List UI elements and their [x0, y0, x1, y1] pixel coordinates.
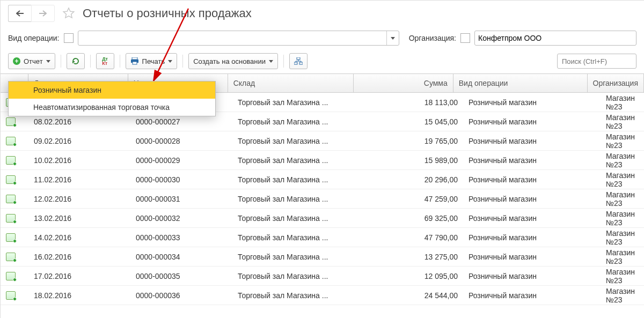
cell-number: 0000-000027	[130, 117, 232, 126]
cell-operation: Розничный магазин	[463, 156, 601, 165]
nav-forward-button[interactable]	[31, 5, 55, 22]
cell-sum: 12 095,00	[361, 272, 463, 280]
report-type-dropdown: Розничный магазин Неавтоматизированная т…	[8, 81, 216, 116]
search-input[interactable]	[557, 54, 636, 69]
printer-icon	[130, 57, 139, 65]
cell-date: 18.02.2016	[28, 291, 130, 300]
cell-number: 0000-000032	[130, 214, 232, 223]
cell-warehouse: Торговый зал Магазина ...	[232, 214, 361, 223]
filter-org-input[interactable]	[475, 31, 636, 45]
chevron-down-icon	[269, 60, 273, 63]
cell-warehouse: Торговый зал Магазина ...	[232, 195, 361, 203]
cell-organization: Магазин №23	[601, 113, 644, 130]
dtkt-icon: ДтКт	[102, 57, 108, 65]
col-organization[interactable]: Организация	[588, 74, 644, 92]
document-icon	[6, 214, 16, 223]
table-row[interactable]: 13.02.20160000-000032Торговый зал Магази…	[1, 209, 644, 228]
svg-rect-2	[133, 62, 137, 64]
filter-org-checkbox[interactable]	[460, 33, 470, 43]
create-based-button[interactable]: Создать на основании	[188, 53, 278, 69]
cell-number: 0000-000034	[130, 253, 232, 261]
dropdown-item-label: Неавтоматизированная торговая точка	[33, 103, 170, 112]
col-operation[interactable]: Вид операции	[453, 74, 588, 92]
cell-operation: Розничный магазин	[463, 98, 601, 107]
dropdown-item-retail-store[interactable]: Розничный магазин	[9, 82, 215, 99]
svg-rect-3	[297, 57, 300, 60]
separator	[182, 55, 183, 68]
cell-date: 13.02.2016	[28, 214, 130, 223]
chevron-down-icon	[168, 60, 172, 63]
print-button-label: Печать	[142, 57, 165, 65]
separator	[283, 55, 284, 68]
filter-org-combo[interactable]	[474, 31, 636, 46]
report-button[interactable]: + Отчет	[8, 53, 55, 69]
document-icon	[6, 156, 16, 165]
chevron-down-icon	[391, 37, 395, 40]
table-row[interactable]: 16.02.20160000-000034Торговый зал Магази…	[1, 247, 644, 267]
cell-date: 14.02.2016	[28, 233, 130, 242]
cell-organization: Магазин №23	[601, 229, 644, 246]
cell-operation: Розничный магазин	[463, 137, 601, 145]
structure-button[interactable]	[289, 53, 308, 69]
cell-sum: 47 259,00	[361, 195, 463, 203]
cell-organization: Магазин №23	[601, 248, 644, 265]
arrow-right-icon	[39, 10, 47, 17]
cell-warehouse: Торговый зал Магазина ...	[232, 137, 361, 145]
cell-warehouse: Торговый зал Магазина ...	[232, 156, 361, 165]
cell-sum: 18 113,00	[361, 98, 463, 107]
cell-operation: Розничный магазин	[463, 214, 601, 223]
table-row[interactable]: 18.02.20160000-000036Торговый зал Магази…	[1, 286, 644, 305]
dropdown-item-label: Розничный магазин	[33, 86, 101, 94]
cell-date: 08.02.2016	[28, 117, 130, 126]
col-warehouse[interactable]: Склад	[228, 74, 354, 92]
arrow-left-icon	[16, 10, 24, 17]
filter-operation-label: Вид операции:	[8, 34, 60, 42]
favorite-toggle[interactable]	[61, 6, 76, 21]
col-sum[interactable]: Сумма	[354, 74, 453, 92]
dtkt-button[interactable]: ДтКт	[96, 53, 114, 69]
cell-date: 16.02.2016	[28, 253, 130, 261]
cell-date: 17.02.2016	[28, 272, 130, 280]
plus-icon: +	[13, 57, 20, 65]
cell-organization: Магазин №23	[601, 132, 644, 150]
cell-organization: Магазин №23	[601, 94, 644, 111]
filter-operation-checkbox[interactable]	[64, 33, 74, 43]
cell-sum: 69 325,00	[361, 214, 463, 223]
table-row[interactable]: 12.02.20160000-000031Торговый зал Магази…	[1, 189, 644, 209]
filter-operation-combo[interactable]	[78, 31, 399, 46]
table-row[interactable]: 11.02.20160000-000030Торговый зал Магази…	[1, 170, 644, 189]
print-button[interactable]: Печать	[126, 53, 178, 69]
cell-number: 0000-000029	[130, 156, 232, 165]
separator	[120, 55, 120, 68]
cell-number: 0000-000030	[130, 175, 232, 184]
cell-organization: Магазин №23	[601, 171, 644, 188]
cell-sum: 13 275,00	[361, 253, 463, 261]
table-row[interactable]: 14.02.20160000-000033Торговый зал Магази…	[1, 228, 644, 247]
svg-rect-5	[299, 62, 303, 64]
filter-operation-input[interactable]	[78, 31, 386, 45]
report-button-label: Отчет	[24, 57, 43, 65]
cell-number: 0000-000036	[130, 291, 232, 300]
cell-number: 0000-000035	[130, 272, 232, 280]
refresh-button[interactable]	[67, 53, 85, 69]
table-row[interactable]: 17.02.20160000-000035Торговый зал Магази…	[1, 267, 644, 286]
table-row[interactable]: 10.02.20160000-000029Торговый зал Магази…	[1, 151, 644, 170]
page-title: Отчеты о розничных продажах	[83, 6, 252, 20]
filter-operation-dropdown[interactable]	[386, 31, 399, 45]
cell-operation: Розничный магазин	[463, 117, 601, 126]
table-row[interactable]: 09.02.20160000-000028Торговый зал Магази…	[1, 131, 644, 151]
cell-operation: Розничный магазин	[463, 195, 601, 203]
document-icon	[6, 175, 16, 184]
cell-operation: Розничный магазин	[463, 253, 601, 261]
nav-back-button[interactable]	[8, 5, 31, 22]
cell-sum: 15 045,00	[361, 117, 463, 126]
filter-org-label: Организация:	[409, 34, 456, 42]
cell-number: 0000-000031	[130, 195, 232, 203]
cell-date: 12.02.2016	[28, 195, 130, 203]
dropdown-item-non-automated[interactable]: Неавтоматизированная торговая точка	[9, 99, 215, 116]
document-icon	[6, 137, 16, 145]
cell-date: 09.02.2016	[28, 137, 130, 145]
create-based-label: Создать на основании	[193, 57, 266, 65]
cell-warehouse: Торговый зал Магазина ...	[232, 253, 361, 261]
chevron-down-icon	[46, 60, 50, 63]
